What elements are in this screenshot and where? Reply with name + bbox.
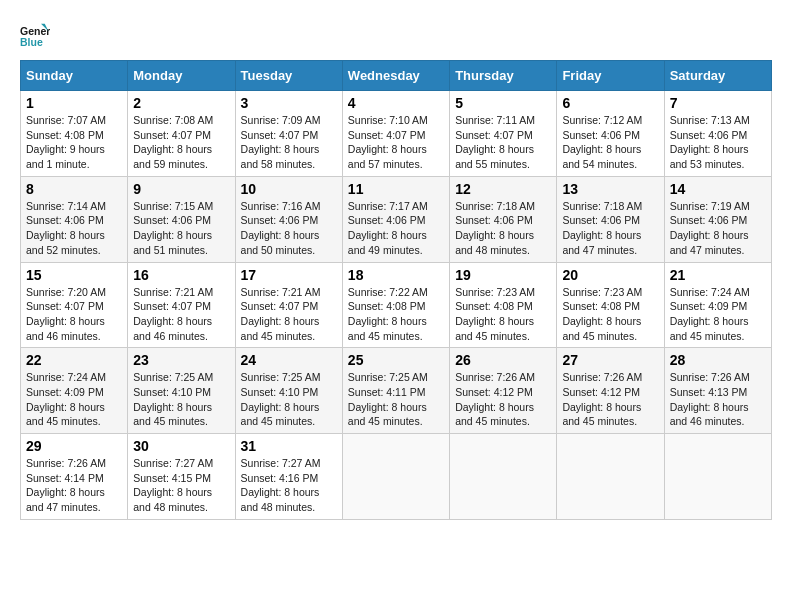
page-header: General Blue [20, 20, 772, 50]
calendar-week-2: 8Sunrise: 7:14 AMSunset: 4:06 PMDaylight… [21, 176, 772, 262]
calendar-cell: 14Sunrise: 7:19 AMSunset: 4:06 PMDayligh… [664, 176, 771, 262]
day-info: Sunrise: 7:08 AMSunset: 4:07 PMDaylight:… [133, 113, 229, 172]
day-info: Sunrise: 7:24 AMSunset: 4:09 PMDaylight:… [670, 285, 766, 344]
day-info: Sunrise: 7:24 AMSunset: 4:09 PMDaylight:… [26, 370, 122, 429]
calendar-cell: 29Sunrise: 7:26 AMSunset: 4:14 PMDayligh… [21, 434, 128, 520]
column-header-monday: Monday [128, 61, 235, 91]
calendar-cell: 11Sunrise: 7:17 AMSunset: 4:06 PMDayligh… [342, 176, 449, 262]
day-info: Sunrise: 7:14 AMSunset: 4:06 PMDaylight:… [26, 199, 122, 258]
calendar-cell: 22Sunrise: 7:24 AMSunset: 4:09 PMDayligh… [21, 348, 128, 434]
column-header-wednesday: Wednesday [342, 61, 449, 91]
day-number: 11 [348, 181, 444, 197]
day-info: Sunrise: 7:23 AMSunset: 4:08 PMDaylight:… [562, 285, 658, 344]
calendar-cell: 6Sunrise: 7:12 AMSunset: 4:06 PMDaylight… [557, 91, 664, 177]
day-info: Sunrise: 7:20 AMSunset: 4:07 PMDaylight:… [26, 285, 122, 344]
day-number: 23 [133, 352, 229, 368]
day-number: 29 [26, 438, 122, 454]
day-number: 24 [241, 352, 337, 368]
calendar-cell: 5Sunrise: 7:11 AMSunset: 4:07 PMDaylight… [450, 91, 557, 177]
day-info: Sunrise: 7:12 AMSunset: 4:06 PMDaylight:… [562, 113, 658, 172]
day-info: Sunrise: 7:21 AMSunset: 4:07 PMDaylight:… [133, 285, 229, 344]
calendar-cell: 3Sunrise: 7:09 AMSunset: 4:07 PMDaylight… [235, 91, 342, 177]
calendar-cell: 12Sunrise: 7:18 AMSunset: 4:06 PMDayligh… [450, 176, 557, 262]
calendar-cell: 26Sunrise: 7:26 AMSunset: 4:12 PMDayligh… [450, 348, 557, 434]
day-number: 5 [455, 95, 551, 111]
day-number: 17 [241, 267, 337, 283]
calendar-week-3: 15Sunrise: 7:20 AMSunset: 4:07 PMDayligh… [21, 262, 772, 348]
day-info: Sunrise: 7:22 AMSunset: 4:08 PMDaylight:… [348, 285, 444, 344]
calendar-cell: 13Sunrise: 7:18 AMSunset: 4:06 PMDayligh… [557, 176, 664, 262]
calendar-cell: 7Sunrise: 7:13 AMSunset: 4:06 PMDaylight… [664, 91, 771, 177]
day-number: 9 [133, 181, 229, 197]
calendar-week-5: 29Sunrise: 7:26 AMSunset: 4:14 PMDayligh… [21, 434, 772, 520]
calendar-cell: 30Sunrise: 7:27 AMSunset: 4:15 PMDayligh… [128, 434, 235, 520]
calendar-week-4: 22Sunrise: 7:24 AMSunset: 4:09 PMDayligh… [21, 348, 772, 434]
day-info: Sunrise: 7:25 AMSunset: 4:10 PMDaylight:… [241, 370, 337, 429]
calendar-cell [342, 434, 449, 520]
day-info: Sunrise: 7:18 AMSunset: 4:06 PMDaylight:… [455, 199, 551, 258]
day-number: 27 [562, 352, 658, 368]
day-info: Sunrise: 7:26 AMSunset: 4:13 PMDaylight:… [670, 370, 766, 429]
day-info: Sunrise: 7:19 AMSunset: 4:06 PMDaylight:… [670, 199, 766, 258]
day-info: Sunrise: 7:27 AMSunset: 4:16 PMDaylight:… [241, 456, 337, 515]
day-info: Sunrise: 7:25 AMSunset: 4:10 PMDaylight:… [133, 370, 229, 429]
day-number: 22 [26, 352, 122, 368]
calendar-week-1: 1Sunrise: 7:07 AMSunset: 4:08 PMDaylight… [21, 91, 772, 177]
column-header-tuesday: Tuesday [235, 61, 342, 91]
day-number: 7 [670, 95, 766, 111]
day-info: Sunrise: 7:23 AMSunset: 4:08 PMDaylight:… [455, 285, 551, 344]
day-number: 26 [455, 352, 551, 368]
day-info: Sunrise: 7:10 AMSunset: 4:07 PMDaylight:… [348, 113, 444, 172]
calendar-cell: 21Sunrise: 7:24 AMSunset: 4:09 PMDayligh… [664, 262, 771, 348]
day-number: 31 [241, 438, 337, 454]
day-info: Sunrise: 7:13 AMSunset: 4:06 PMDaylight:… [670, 113, 766, 172]
calendar-cell: 20Sunrise: 7:23 AMSunset: 4:08 PMDayligh… [557, 262, 664, 348]
calendar-cell [557, 434, 664, 520]
day-number: 15 [26, 267, 122, 283]
calendar-cell: 8Sunrise: 7:14 AMSunset: 4:06 PMDaylight… [21, 176, 128, 262]
day-number: 6 [562, 95, 658, 111]
day-number: 18 [348, 267, 444, 283]
day-number: 10 [241, 181, 337, 197]
logo: General Blue [20, 20, 54, 50]
day-number: 1 [26, 95, 122, 111]
day-info: Sunrise: 7:21 AMSunset: 4:07 PMDaylight:… [241, 285, 337, 344]
column-header-friday: Friday [557, 61, 664, 91]
calendar-cell: 27Sunrise: 7:26 AMSunset: 4:12 PMDayligh… [557, 348, 664, 434]
calendar-cell: 25Sunrise: 7:25 AMSunset: 4:11 PMDayligh… [342, 348, 449, 434]
day-number: 21 [670, 267, 766, 283]
day-info: Sunrise: 7:11 AMSunset: 4:07 PMDaylight:… [455, 113, 551, 172]
calendar-cell: 1Sunrise: 7:07 AMSunset: 4:08 PMDaylight… [21, 91, 128, 177]
day-info: Sunrise: 7:26 AMSunset: 4:14 PMDaylight:… [26, 456, 122, 515]
calendar-table: SundayMondayTuesdayWednesdayThursdayFrid… [20, 60, 772, 520]
calendar-body: 1Sunrise: 7:07 AMSunset: 4:08 PMDaylight… [21, 91, 772, 520]
calendar-cell: 24Sunrise: 7:25 AMSunset: 4:10 PMDayligh… [235, 348, 342, 434]
day-number: 13 [562, 181, 658, 197]
logo-icon: General Blue [20, 20, 50, 50]
day-info: Sunrise: 7:27 AMSunset: 4:15 PMDaylight:… [133, 456, 229, 515]
day-number: 16 [133, 267, 229, 283]
calendar-cell [450, 434, 557, 520]
day-info: Sunrise: 7:09 AMSunset: 4:07 PMDaylight:… [241, 113, 337, 172]
calendar-cell [664, 434, 771, 520]
calendar-cell: 17Sunrise: 7:21 AMSunset: 4:07 PMDayligh… [235, 262, 342, 348]
calendar-cell: 15Sunrise: 7:20 AMSunset: 4:07 PMDayligh… [21, 262, 128, 348]
day-number: 28 [670, 352, 766, 368]
day-number: 3 [241, 95, 337, 111]
day-info: Sunrise: 7:18 AMSunset: 4:06 PMDaylight:… [562, 199, 658, 258]
column-header-saturday: Saturday [664, 61, 771, 91]
day-number: 8 [26, 181, 122, 197]
calendar-cell: 28Sunrise: 7:26 AMSunset: 4:13 PMDayligh… [664, 348, 771, 434]
day-number: 30 [133, 438, 229, 454]
day-number: 14 [670, 181, 766, 197]
calendar-cell: 19Sunrise: 7:23 AMSunset: 4:08 PMDayligh… [450, 262, 557, 348]
column-header-thursday: Thursday [450, 61, 557, 91]
calendar-cell: 9Sunrise: 7:15 AMSunset: 4:06 PMDaylight… [128, 176, 235, 262]
calendar-cell: 18Sunrise: 7:22 AMSunset: 4:08 PMDayligh… [342, 262, 449, 348]
day-number: 25 [348, 352, 444, 368]
day-info: Sunrise: 7:07 AMSunset: 4:08 PMDaylight:… [26, 113, 122, 172]
calendar-header-row: SundayMondayTuesdayWednesdayThursdayFrid… [21, 61, 772, 91]
day-info: Sunrise: 7:25 AMSunset: 4:11 PMDaylight:… [348, 370, 444, 429]
calendar-cell: 2Sunrise: 7:08 AMSunset: 4:07 PMDaylight… [128, 91, 235, 177]
day-number: 2 [133, 95, 229, 111]
